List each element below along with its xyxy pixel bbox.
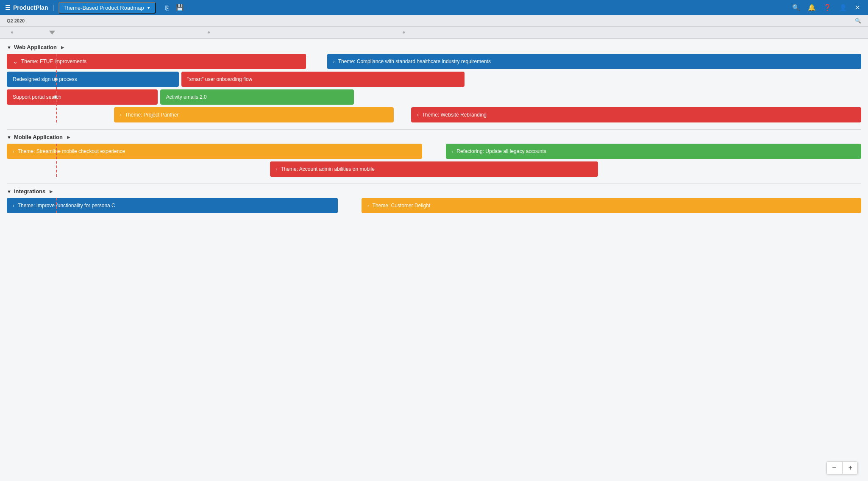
- divider-1: [7, 129, 861, 130]
- section-integrations: ▼ Integrations › Theme: Improve function…: [7, 188, 861, 213]
- expand-rebranding-icon: ›: [417, 112, 419, 117]
- bar-account-admin[interactable]: › Theme: Account admin abilities on mobi…: [270, 161, 598, 177]
- expand-refactoring-icon: ›: [452, 149, 453, 154]
- mobile-row-1: › Theme: Streamline mobile checkout expe…: [7, 144, 861, 159]
- bar-support-portal[interactable]: Support portal search: [7, 89, 158, 105]
- expand-delight-icon: ›: [367, 203, 369, 208]
- bar-customer-delight-label: Theme: Customer Delight: [373, 203, 431, 209]
- brand-icon: ☰: [5, 4, 11, 11]
- web-row-1: ⌄ Theme: FTUE improvements › Theme: Comp…: [7, 54, 861, 69]
- section-label-integrations: Integrations: [14, 188, 45, 195]
- help-button[interactable]: ❓: [821, 2, 834, 13]
- roadmap-title-button[interactable]: Theme-Based Product Roadmap ▼: [58, 2, 156, 14]
- gap-4: [396, 107, 409, 122]
- topnav-center-icons: ⎘ 💾: [163, 2, 186, 13]
- bar-customer-delight[interactable]: › Theme: Customer Delight: [362, 198, 861, 213]
- offset-1: [7, 107, 111, 122]
- expand-panther-icon: ›: [120, 112, 122, 117]
- bar-project-panther[interactable]: › Theme: Project Panther: [114, 107, 394, 122]
- nav-separator: |: [52, 4, 54, 11]
- bar-redesign[interactable]: Redesigned sign up process: [7, 72, 179, 87]
- play-web-button[interactable]: [61, 45, 64, 50]
- collapse-mobile-icon[interactable]: ▼: [7, 135, 11, 140]
- copy-button[interactable]: ⎘: [163, 3, 172, 13]
- section-label-web: Web Application: [14, 44, 57, 50]
- close-button[interactable]: ✕: [852, 2, 863, 13]
- topnav-right-icons: 🔍 🔔 ❓ 👤 ✕: [790, 2, 863, 13]
- bar-refactoring[interactable]: › Refactoring: Update all legacy account…: [446, 144, 861, 159]
- gap-3: [356, 89, 861, 105]
- gap-2: [467, 72, 861, 87]
- timeline-header: Q2 2020 🔍: [0, 15, 868, 27]
- section-web-application: ▼ Web Application ⌄ Theme: FTUE improvem…: [7, 44, 861, 122]
- bar-redesign-label: Redesigned sign up process: [13, 76, 77, 82]
- section-body-web: ⌄ Theme: FTUE improvements › Theme: Comp…: [7, 54, 861, 122]
- zoom-controls: − +: [826, 462, 858, 474]
- bar-compliance-label: Theme: Compliance with standard healthca…: [338, 58, 491, 64]
- timeline-period: Q2 2020: [7, 18, 25, 23]
- play-mobile-button[interactable]: [67, 135, 70, 139]
- topnav: ☰ ProductPlan | Theme-Based Product Road…: [0, 0, 868, 15]
- collapse-ftue-icon: ⌄: [13, 58, 18, 65]
- bar-improve-persona[interactable]: › Theme: Improve functionality for perso…: [7, 198, 338, 213]
- timeline-triangle: [49, 31, 55, 34]
- app-wrapper: ☰ ProductPlan | Theme-Based Product Road…: [0, 0, 868, 481]
- section-header-mobile: ▼ Mobile Application: [7, 134, 861, 140]
- web-row-2: Redesigned sign up process "smart" user …: [7, 72, 861, 87]
- user-button[interactable]: 👤: [837, 2, 850, 13]
- bar-website-rebranding[interactable]: › Theme: Website Rebranding: [411, 107, 861, 122]
- bar-activity-emails[interactable]: Activity emails 2.0: [160, 89, 354, 105]
- gap-7: [340, 198, 359, 213]
- timeline-wrapper: Q2 2020 🔍: [0, 15, 868, 39]
- zoom-in-button[interactable]: +: [843, 462, 857, 474]
- expand-streamline-icon: ›: [13, 149, 14, 154]
- notifications-button[interactable]: 🔔: [805, 2, 818, 13]
- timeline-search-icon: 🔍: [855, 18, 861, 24]
- bar-ftue[interactable]: ⌄ Theme: FTUE improvements: [7, 54, 306, 69]
- bar-streamline-label: Theme: Streamline mobile checkout experi…: [18, 148, 125, 154]
- bar-activity-emails-label: Activity emails 2.0: [166, 94, 207, 100]
- timeline-bar: [0, 27, 868, 39]
- title-dropdown-arrow: ▼: [147, 6, 151, 10]
- bar-compliance[interactable]: › Theme: Compliance with standard health…: [327, 54, 861, 69]
- save-button[interactable]: 💾: [173, 2, 186, 13]
- section-body-integrations: › Theme: Improve functionality for perso…: [7, 198, 861, 213]
- bar-ftue-label: Theme: FTUE improvements: [21, 58, 86, 64]
- bar-refactoring-label: Refactoring: Update all legacy accounts: [456, 148, 546, 154]
- expand-compliance-icon: ›: [333, 59, 335, 64]
- gap-1: [309, 54, 325, 69]
- collapse-integrations-icon[interactable]: ▼: [7, 189, 11, 194]
- offset-2: [7, 161, 267, 177]
- brand: ☰ ProductPlan: [5, 4, 48, 11]
- section-body-mobile: › Theme: Streamline mobile checkout expe…: [7, 144, 861, 177]
- expand-admin-icon: ›: [276, 167, 278, 172]
- connect-dot-2: [54, 95, 57, 99]
- roadmap-area: ▼ Web Application ⌄ Theme: FTUE improvem…: [0, 39, 868, 481]
- web-row-3: Support portal search Activity emails 2.…: [7, 89, 861, 105]
- bar-account-admin-label: Theme: Account admin abilities on mobile: [281, 166, 374, 172]
- dot-3: [403, 31, 405, 33]
- gap-6: [601, 161, 861, 177]
- zoom-out-button[interactable]: −: [827, 462, 841, 474]
- connect-dot-1: [54, 78, 57, 81]
- play-integrations-button[interactable]: [50, 189, 53, 194]
- web-row-4: › Theme: Project Panther › Theme: Websit…: [7, 107, 861, 122]
- roadmap-title-label: Theme-Based Product Roadmap: [64, 5, 144, 11]
- bar-project-panther-label: Theme: Project Panther: [125, 112, 179, 118]
- bar-smart-label: "smart" user onboarding flow: [187, 76, 252, 82]
- topnav-left: ☰ ProductPlan | Theme-Based Product Road…: [5, 2, 186, 14]
- collapse-web-icon[interactable]: ▼: [7, 45, 11, 50]
- gap-5: [425, 144, 443, 159]
- bar-streamline[interactable]: › Theme: Streamline mobile checkout expe…: [7, 144, 422, 159]
- section-header-web: ▼ Web Application: [7, 44, 861, 50]
- dot-2: [208, 31, 210, 33]
- brand-name: ProductPlan: [13, 4, 48, 11]
- dot-1: [11, 31, 13, 33]
- bar-website-rebranding-label: Theme: Website Rebranding: [422, 112, 487, 118]
- bar-smart[interactable]: "smart" user onboarding flow: [181, 72, 465, 87]
- search-icon-button[interactable]: 🔍: [790, 2, 803, 13]
- mobile-row-2: › Theme: Account admin abilities on mobi…: [7, 161, 861, 177]
- zoom-divider: [842, 462, 843, 474]
- bar-improve-persona-label: Theme: Improve functionality for persona…: [18, 203, 115, 209]
- divider-2: [7, 184, 861, 184]
